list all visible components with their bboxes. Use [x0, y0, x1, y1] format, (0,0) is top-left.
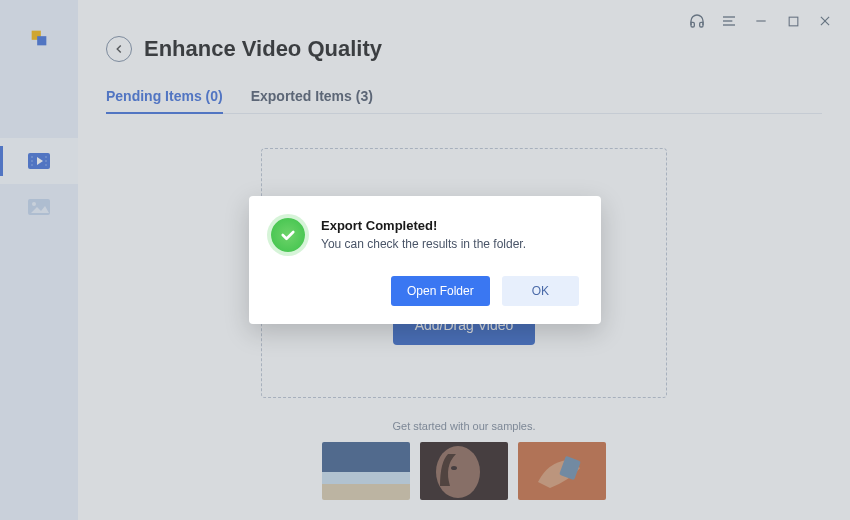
open-folder-button[interactable]: Open Folder [391, 276, 490, 306]
modal-overlay: Export Completed! You can check the resu… [0, 0, 850, 520]
dialog-message: You can check the results in the folder. [321, 237, 526, 251]
dialog-title: Export Completed! [321, 218, 526, 233]
success-check-icon [271, 218, 305, 252]
ok-button[interactable]: OK [502, 276, 579, 306]
export-dialog: Export Completed! You can check the resu… [249, 196, 601, 324]
